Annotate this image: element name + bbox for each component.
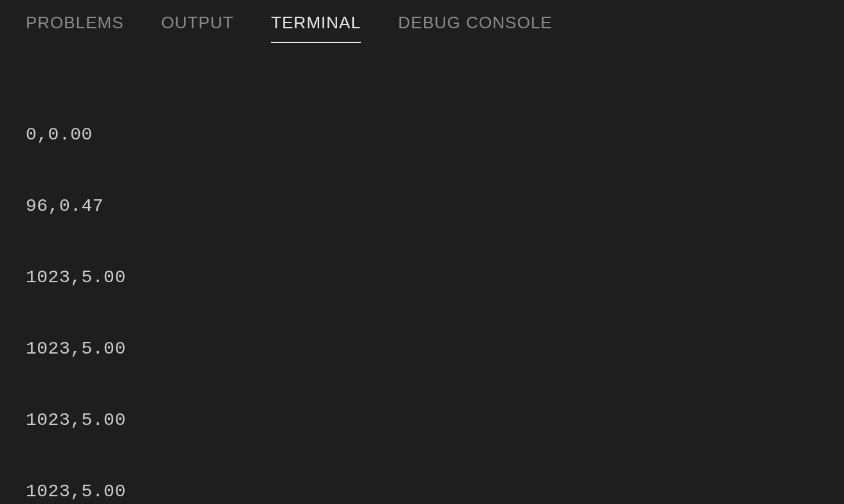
tab-debug-console[interactable]: DEBUG CONSOLE (398, 13, 553, 43)
panel-tab-bar: PROBLEMS OUTPUT TERMINAL DEBUG CONSOLE (0, 0, 844, 43)
tab-terminal[interactable]: TERMINAL (271, 13, 360, 43)
tab-problems[interactable]: PROBLEMS (26, 13, 124, 43)
terminal-line: 1023,5.00 (26, 408, 818, 432)
terminal-output[interactable]: 0,0.00 96,0.47 1023,5.00 1023,5.00 1023,… (0, 43, 844, 504)
terminal-line: 96,0.47 (26, 194, 818, 218)
terminal-line: 1023,5.00 (26, 266, 818, 289)
terminal-line: 0,0.00 (26, 123, 818, 147)
terminal-line: 1023,5.00 (26, 337, 818, 361)
tab-output[interactable]: OUTPUT (161, 13, 234, 43)
terminal-line: 1023,5.00 (26, 480, 818, 503)
